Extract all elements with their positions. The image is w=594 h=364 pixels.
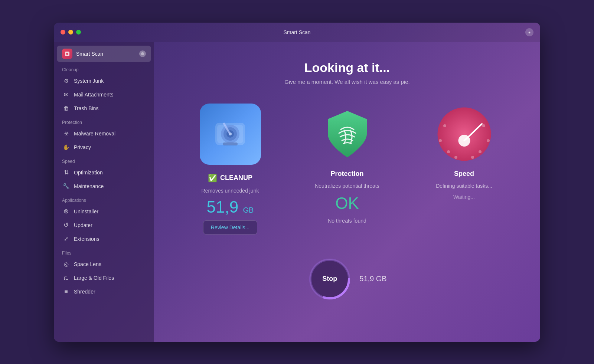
- extensions-label: Extensions: [74, 236, 99, 242]
- close-button[interactable]: [61, 30, 65, 35]
- sidebar-item-trash-bins[interactable]: 🗑 Trash Bins: [57, 102, 151, 115]
- sidebar-item-mail-attachments[interactable]: ✉ Mail Attachments: [57, 88, 151, 101]
- system-junk-label: System Junk: [74, 78, 104, 84]
- mail-icon: ✉: [62, 91, 70, 99]
- title-bar: Smart Scan ●: [54, 23, 540, 42]
- stop-button[interactable]: Stop: [322, 275, 337, 283]
- maintenance-icon: 🔧: [62, 182, 70, 190]
- svg-rect-10: [223, 142, 238, 145]
- protection-card-icon: [317, 104, 378, 165]
- speed-waiting: Waiting...: [453, 194, 475, 200]
- shredder-icon: ≡: [62, 288, 70, 296]
- protection-card-value: OK: [335, 194, 359, 213]
- speed-card-name: Speed: [454, 170, 474, 178]
- cleanup-unit: GB: [243, 206, 254, 214]
- window-title: Smart Scan: [283, 29, 310, 35]
- minimize-button[interactable]: [68, 30, 73, 35]
- optimization-label: Optimization: [74, 170, 103, 176]
- cleanup-card-name: ✅ CLEANUP: [208, 174, 252, 183]
- sidebar-item-privacy[interactable]: ✋ Privacy: [57, 141, 151, 154]
- stop-size-label: 51,9 GB: [359, 275, 386, 283]
- protection-card-desc: Neutralizes potential threats: [315, 183, 379, 189]
- cleanup-check-icon: ✅: [208, 174, 217, 183]
- cleanup-card-icon: [200, 104, 261, 165]
- uninstaller-label: Uninstaller: [74, 209, 98, 214]
- sidebar-item-smart-scan[interactable]: Smart Scan: [57, 46, 151, 62]
- speed-card-desc: Defining suitable tasks...: [436, 183, 492, 189]
- speed-card-icon: [434, 104, 495, 165]
- privacy-label: Privacy: [74, 144, 91, 150]
- svg-point-16: [447, 150, 450, 153]
- page-subtitle: Give me a moment. We all wish it was eas…: [284, 79, 409, 85]
- window-controls: [61, 30, 81, 35]
- svg-point-11: [437, 107, 491, 161]
- svg-point-2: [141, 52, 144, 55]
- sidebar-item-large-files[interactable]: 🗂 Large & Old Files: [57, 271, 151, 285]
- optimization-icon: ⇅: [62, 168, 70, 177]
- extensions-icon: ⤢: [62, 235, 70, 243]
- section-cleanup-label: Cleanup: [54, 63, 154, 74]
- sidebar-item-malware[interactable]: ☣ Malware Removal: [57, 127, 151, 140]
- maximize-button[interactable]: [76, 30, 81, 35]
- smart-scan-label: Smart Scan: [76, 51, 136, 57]
- svg-point-17: [479, 150, 482, 153]
- svg-point-13: [482, 124, 485, 127]
- svg-point-15: [487, 139, 490, 142]
- sidebar-item-optimization[interactable]: ⇅ Optimization: [57, 166, 151, 179]
- svg-point-19: [471, 156, 474, 159]
- stop-area: Stop 51,9 GB: [307, 257, 386, 301]
- content-area: Looking at it... Give me a moment. We al…: [154, 42, 540, 342]
- sidebar-item-maintenance[interactable]: 🔧 Maintenance: [57, 180, 151, 193]
- trash-label: Trash Bins: [74, 105, 98, 111]
- sidebar-item-system-junk[interactable]: ⚙ System Junk: [57, 74, 151, 88]
- svg-point-18: [454, 156, 457, 159]
- space-lens-icon: ◎: [62, 260, 70, 268]
- uninstaller-icon: ⊗: [62, 207, 70, 216]
- svg-point-14: [439, 139, 442, 142]
- cleanup-card: ✅ CLEANUP Removes unneeded junk 51,9 GB …: [177, 104, 283, 235]
- speed-card: Speed Defining suitable tasks... Waiting…: [411, 104, 517, 235]
- protection-card-name: Protection: [330, 170, 363, 178]
- malware-icon: ☣: [62, 129, 70, 138]
- cleanup-card-value: 51,9 GB: [207, 199, 254, 215]
- section-protection-label: Protection: [54, 115, 154, 127]
- protection-card: Protection Neutralizes potential threats…: [294, 104, 400, 235]
- large-files-icon: 🗂: [62, 274, 70, 282]
- sidebar-item-shredder[interactable]: ≡ Shredder: [57, 285, 151, 298]
- sidebar-item-updater[interactable]: ↺ Updater: [57, 219, 151, 232]
- sidebar-item-uninstaller[interactable]: ⊗ Uninstaller: [57, 205, 151, 218]
- svg-point-12: [443, 124, 446, 127]
- trash-icon: 🗑: [62, 104, 70, 112]
- settings-button[interactable]: ●: [525, 28, 533, 36]
- sidebar-item-space-lens[interactable]: ◎ Space Lens: [57, 258, 151, 271]
- space-lens-label: Space Lens: [74, 261, 101, 267]
- system-junk-icon: ⚙: [62, 77, 70, 85]
- app-window: Smart Scan ● Smart Scan: [54, 23, 540, 342]
- title-bar-actions: ●: [525, 28, 533, 36]
- shredder-label: Shredder: [74, 289, 95, 295]
- sidebar-item-extensions[interactable]: ⤢ Extensions: [57, 232, 151, 246]
- updater-icon: ↺: [62, 221, 70, 229]
- maintenance-label: Maintenance: [74, 183, 104, 189]
- mail-label: Mail Attachments: [74, 92, 114, 98]
- section-speed-label: Speed: [54, 154, 154, 165]
- privacy-icon: ✋: [62, 143, 70, 151]
- stop-progress-circle: Stop: [307, 257, 352, 301]
- smart-scan-icon: [62, 49, 72, 59]
- svg-point-1: [66, 53, 68, 55]
- sidebar: Smart Scan Cleanup ⚙ System Junk ✉ Mail …: [54, 42, 154, 342]
- section-applications-label: Applications: [54, 193, 154, 204]
- updater-label: Updater: [74, 222, 92, 228]
- page-title: Looking at it...: [304, 60, 390, 75]
- main-layout: Smart Scan Cleanup ⚙ System Junk ✉ Mail …: [54, 42, 540, 342]
- cleanup-card-desc: Removes unneeded junk: [202, 188, 259, 194]
- protection-no-threats: No threats found: [328, 218, 366, 224]
- smart-scan-badge: [139, 50, 146, 57]
- large-files-label: Large & Old Files: [74, 275, 114, 281]
- malware-label: Malware Removal: [74, 131, 115, 137]
- section-files-label: Files: [54, 246, 154, 257]
- cards-row: ✅ CLEANUP Removes unneeded junk 51,9 GB …: [177, 104, 517, 235]
- review-details-button[interactable]: Review Details...: [203, 220, 257, 235]
